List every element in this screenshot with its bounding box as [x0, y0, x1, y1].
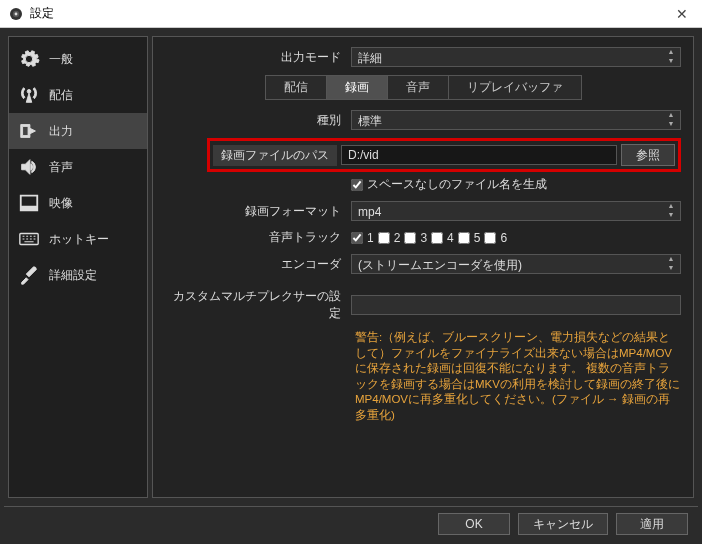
sidebar-item-output[interactable]: 出力	[9, 113, 147, 149]
track-5[interactable]: 5	[458, 231, 481, 245]
tools-icon	[17, 263, 41, 287]
muxer-input[interactable]	[351, 295, 681, 315]
ok-button[interactable]: OK	[438, 513, 510, 535]
sidebar-item-stream[interactable]: 配信	[9, 77, 147, 113]
encoder-label: エンコーダ	[165, 256, 345, 273]
gear-icon	[17, 47, 41, 71]
app-icon	[8, 6, 24, 22]
chevron-up-icon: ▲	[664, 48, 678, 57]
titlebar: 設定 ✕	[0, 0, 702, 28]
monitor-icon	[17, 191, 41, 215]
sidebar-item-label: 映像	[49, 195, 73, 212]
no-space-filename-label: スペースなしのファイル名を生成	[367, 176, 547, 193]
encoder-value: (ストリームエンコーダを使用)	[358, 258, 522, 272]
muxer-label: カスタムマルチプレクサーの設定	[165, 288, 345, 322]
audio-tracks: 1 2 3 4 5 6	[351, 231, 681, 245]
track-2[interactable]: 2	[378, 231, 401, 245]
recording-format-select[interactable]: mp4 ▲▼	[351, 201, 681, 221]
tab-stream[interactable]: 配信	[265, 75, 327, 100]
tab-record[interactable]: 録画	[327, 75, 388, 100]
sidebar-item-label: 音声	[49, 159, 73, 176]
sidebar: 一般 配信 出力 音声 映像 ホットキー	[8, 36, 148, 498]
tab-audio[interactable]: 音声	[388, 75, 449, 100]
no-space-filename-checkbox[interactable]: スペースなしのファイル名を生成	[351, 176, 547, 193]
sidebar-item-video[interactable]: 映像	[9, 185, 147, 221]
output-mode-value: 詳細	[358, 51, 382, 65]
window-title: 設定	[30, 5, 54, 22]
svg-point-2	[15, 12, 18, 15]
chevron-down-icon: ▼	[664, 211, 678, 220]
cancel-button[interactable]: キャンセル	[518, 513, 608, 535]
recording-kind-value: 標準	[358, 114, 382, 128]
no-space-filename-input[interactable]	[351, 179, 363, 191]
sidebar-item-advanced[interactable]: 詳細設定	[9, 257, 147, 293]
sidebar-item-label: 出力	[49, 123, 73, 140]
sidebar-item-hotkeys[interactable]: ホットキー	[9, 221, 147, 257]
close-icon[interactable]: ✕	[670, 6, 694, 22]
output-icon	[17, 119, 41, 143]
main-panel: 出力モード 詳細 ▲▼ 配信 録画 音声 リプレイバッファ 種別 標	[152, 36, 694, 498]
sidebar-item-audio[interactable]: 音声	[9, 149, 147, 185]
track-6[interactable]: 6	[484, 231, 507, 245]
speaker-icon	[17, 155, 41, 179]
dialog-footer: OK キャンセル 適用	[4, 506, 698, 540]
sidebar-item-label: 一般	[49, 51, 73, 68]
encoder-select[interactable]: (ストリームエンコーダを使用) ▲▼	[351, 254, 681, 274]
audio-tracks-label: 音声トラック	[165, 229, 345, 246]
recording-path-input[interactable]	[341, 145, 617, 165]
sidebar-item-label: 配信	[49, 87, 73, 104]
sidebar-item-label: ホットキー	[49, 231, 109, 248]
antenna-icon	[17, 83, 41, 107]
mp4-warning: 警告:（例えば、ブルースクリーン、電力損失などの結果として）ファイルをファイナラ…	[351, 330, 681, 423]
recording-path-highlight: 録画ファイルのパス 参照	[207, 138, 681, 172]
output-mode-label: 出力モード	[165, 49, 345, 66]
sidebar-item-label: 詳細設定	[49, 267, 97, 284]
track-4[interactable]: 4	[431, 231, 454, 245]
chevron-up-icon: ▲	[664, 255, 678, 264]
chevron-up-icon: ▲	[664, 202, 678, 211]
chevron-down-icon: ▼	[664, 264, 678, 273]
chevron-down-icon: ▼	[664, 57, 678, 66]
sidebar-item-general[interactable]: 一般	[9, 41, 147, 77]
recording-format-value: mp4	[358, 205, 381, 219]
output-mode-select[interactable]: 詳細 ▲▼	[351, 47, 681, 67]
output-tabs: 配信 録画 音声 リプレイバッファ	[165, 75, 681, 100]
track-3[interactable]: 3	[404, 231, 427, 245]
keyboard-icon	[17, 227, 41, 251]
recording-path-label: 録画ファイルのパス	[213, 145, 337, 166]
browse-button[interactable]: 参照	[621, 144, 675, 166]
tab-replay-buffer[interactable]: リプレイバッファ	[449, 75, 582, 100]
recording-kind-select[interactable]: 標準 ▲▼	[351, 110, 681, 130]
recording-format-label: 録画フォーマット	[165, 203, 345, 220]
track-1[interactable]: 1	[351, 231, 374, 245]
apply-button[interactable]: 適用	[616, 513, 688, 535]
recording-kind-label: 種別	[165, 112, 345, 129]
chevron-down-icon: ▼	[664, 120, 678, 129]
chevron-up-icon: ▲	[664, 111, 678, 120]
